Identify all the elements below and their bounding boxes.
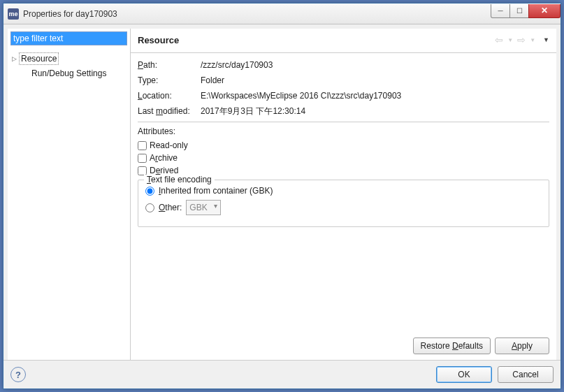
attributes-section: Attributes: Read-only Archive Derived [138,122,549,227]
encoding-select[interactable]: GBK [186,200,221,215]
info-grid: Path: /zzz/src/day170903 Type: Folder Lo… [138,59,549,122]
cancel-button[interactable]: Cancel [498,366,554,383]
readonly-checkbox-row[interactable]: Read-only [138,140,549,150]
location-label: Location: [138,89,201,102]
close-button[interactable]: ✕ [528,4,561,18]
maximize-button[interactable]: ☐ [509,4,529,18]
derived-label: Derived [150,166,178,175]
content-button-row: Restore Defaults Apply [131,333,556,360]
forward-dropdown-icon[interactable]: ▼ [529,37,536,43]
forward-icon[interactable]: ⇨ [516,34,526,45]
apply-button[interactable]: Apply [495,337,549,354]
window-title: Properties for day170903 [23,9,491,19]
sidebar: ▷ Resource Run/Debug Settings [8,29,131,360]
ok-button[interactable]: OK [436,366,492,383]
restore-defaults-button[interactable]: Restore Defaults [413,337,491,354]
tree-item-resource[interactable]: ▷ Resource [9,51,129,66]
modified-label: Last modified: [138,105,201,117]
nav-arrows: ⇦ ▼ ⇨ ▼ ▼ [494,34,549,45]
derived-checkbox-row[interactable]: Derived [138,166,549,175]
tree-item-label: Resource [19,52,59,65]
filter-input[interactable] [10,31,127,45]
view-menu-icon[interactable]: ▼ [543,36,549,43]
category-tree: ▷ Resource Run/Debug Settings [8,48,130,83]
path-label: Path: [138,59,201,71]
tree-item-rundebug[interactable]: Run/Debug Settings [9,66,129,80]
titlebar[interactable]: me Properties for day170903 ─ ☐ ✕ [3,3,561,24]
encoding-inherited-radio[interactable] [145,187,154,196]
archive-label: Archive [150,153,178,163]
derived-checkbox[interactable] [138,166,147,175]
minimize-button[interactable]: ─ [491,4,510,18]
filter-box [10,31,127,45]
modified-value: 2017年9月3日 下午12:30:14 [201,105,549,117]
encoding-other-radio[interactable] [145,203,154,212]
encoding-inherited-row[interactable]: Inherited from container (GBK) [145,186,542,196]
encoding-other-row[interactable]: Other: GBK [145,200,542,215]
back-dropdown-icon[interactable]: ▼ [507,37,514,43]
path-value: /zzz/src/day170903 [201,59,549,71]
type-label: Type: [138,74,201,87]
content-header: Resource ⇦ ▼ ⇨ ▼ ▼ [131,29,556,53]
encoding-other-label: Other: [159,203,182,212]
back-icon[interactable]: ⇦ [494,34,504,45]
encoding-legend: Text file encoding [144,175,215,184]
tree-item-label: Run/Debug Settings [30,68,108,79]
properties-dialog: me Properties for day170903 ─ ☐ ✕ ▷ Reso… [3,3,561,389]
readonly-label: Read-only [150,140,188,150]
archive-checkbox-row[interactable]: Archive [138,153,549,163]
app-icon: me [8,8,19,20]
encoding-inherited-label: Inherited from container (GBK) [159,186,273,196]
dialog-footer: ? OK Cancel [3,360,561,389]
content-panel: Resource ⇦ ▼ ⇨ ▼ ▼ Path: /zzz/src/day170… [131,29,556,360]
encoding-fieldset: Text file encoding Inherited from contai… [138,180,549,227]
location-value: E:\Workspaces\MyEclipse 2016 CI\zzz\src\… [201,89,549,102]
readonly-checkbox[interactable] [138,141,147,150]
help-icon[interactable]: ? [10,367,26,382]
chevron-right-icon[interactable]: ▷ [10,55,17,62]
archive-checkbox[interactable] [138,154,147,163]
type-value: Folder [201,74,549,87]
attributes-title: Attributes: [138,126,549,136]
page-title: Resource [138,35,494,45]
